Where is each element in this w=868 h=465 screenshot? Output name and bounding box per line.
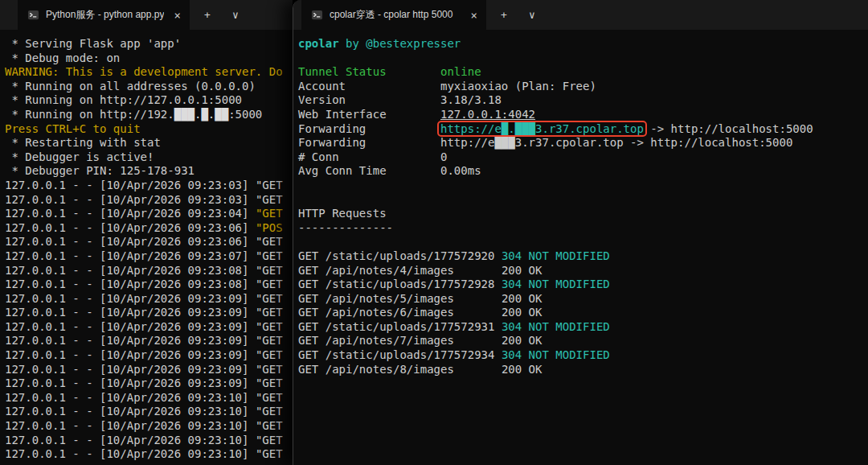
terminal-text: 3.18/3.18: [440, 93, 502, 106]
tab-cpolar[interactable]: cpolar穿透 - cpolar http 5000 ×: [301, 0, 486, 30]
terminal-text: online: [440, 65, 481, 78]
terminal-line: 127.0.0.1 - - [10/Apr/2026 09:23:09] "GE…: [5, 363, 293, 377]
terminal-text: GET /api/notes/8/images: [298, 363, 502, 376]
new-tab-button[interactable]: +: [493, 0, 514, 30]
terminal-line: 127.0.0.1 - - [10/Apr/2026 09:23:09] "GE…: [5, 377, 293, 391]
terminal-line: GET /api/notes/8/images 200 OK: [298, 363, 868, 377]
terminal-text: myxiaoxiao (Plan: Free): [440, 80, 596, 93]
python-server-terminal-window: Python服务 - python app.py × + ∨ * Serving…: [0, 0, 293, 465]
terminal-text: 127.0.0.1 - - [10/Apr/2026 09:23:10]: [5, 391, 256, 404]
terminal-text: 127.0.0.1 - - [10/Apr/2026 09:23:09]: [5, 363, 256, 376]
terminal-text: 127.0.0.1 - - [10/Apr/2026 09:23:03]: [5, 179, 256, 191]
cpolar-terminal-output[interactable]: cpolar by @bestexpresserTunnel Status on…: [293, 30, 868, 465]
terminal-line: GET /api/notes/5/images 200 OK: [298, 292, 868, 307]
terminal-text: 200 OK: [502, 292, 542, 305]
terminal-text: "GET: [256, 264, 283, 277]
terminal-text: * Debugger is active!: [5, 150, 154, 163]
terminal-text: 127.0.0.1 - - [10/Apr/2026 09:23:07]: [5, 249, 256, 262]
tab-dropdown-button[interactable]: ∨: [225, 0, 246, 30]
terminal-line: [298, 235, 868, 249]
terminal-line: * Debug mode: on: [5, 51, 293, 66]
terminal-text: "GET: [256, 405, 283, 418]
terminal-text: 200 OK: [502, 334, 542, 347]
terminal-text: GET /api/notes/5/images: [298, 292, 502, 305]
terminal-text: 127.0.0.1 - - [10/Apr/2026 09:23:09]: [5, 348, 256, 361]
terminal-line: 127.0.0.1 - - [10/Apr/2026 09:23:10] "GE…: [5, 447, 293, 462]
flask-terminal-output[interactable]: * Serving Flask app 'app' * Debug mode: …: [0, 30, 293, 465]
terminal-text: 200 OK: [502, 363, 542, 376]
terminal-line: 127.0.0.1 - - [10/Apr/2026 09:23:09] "GE…: [5, 334, 293, 348]
terminal-line: Tunnel Status online: [298, 65, 868, 80]
new-tab-button[interactable]: +: [197, 0, 218, 30]
terminal-line: 127.0.0.1 - - [10/Apr/2026 09:23:10] "GE…: [5, 419, 293, 434]
terminal-text: * Restarting with stat: [5, 136, 161, 149]
terminal-text: --------------: [298, 221, 393, 234]
terminal-line: 127.0.0.1 - - [10/Apr/2026 09:23:08] "GE…: [5, 278, 293, 292]
terminal-text: ███.█.██: [174, 108, 228, 121]
terminal-text: cpolar: [298, 37, 339, 50]
terminal-text: * Running on all addresses (0.0.0.0): [5, 80, 256, 93]
terminal-text: * Debug mode: on: [5, 51, 120, 64]
terminal-text: 127.0.0.1 - - [10/Apr/2026 09:23:09]: [5, 292, 256, 305]
terminal-text: Press CTRL+C to quit: [5, 122, 141, 135]
terminal-text: 304 NOT MODIFIED: [502, 249, 610, 262]
terminal-text: # Conn: [298, 150, 440, 163]
terminal-text: GET /api/notes/7/images: [298, 334, 502, 347]
terminal-line: Version 3.18/3.18: [298, 93, 868, 108]
terminal-line: cpolar by @bestexpresser: [298, 37, 868, 51]
terminal-text: GET /static/uploads/177572928: [298, 278, 502, 290]
terminal-line: 127.0.0.1 - - [10/Apr/2026 09:23:06] "PO…: [5, 221, 293, 236]
terminal-text: 200 OK: [502, 264, 542, 277]
terminal-line: [298, 51, 868, 66]
terminal-text: 127.0.0.1 - - [10/Apr/2026 09:23:09]: [5, 306, 256, 319]
terminal-line: # Conn 0: [298, 150, 868, 165]
tab-python-server[interactable]: Python服务 - python app.py ×: [18, 0, 190, 30]
terminal-text: 127.0.0.1 - - [10/Apr/2026 09:23:03]: [5, 193, 256, 206]
terminal-line: * Running on http://127.0.0.1:5000: [5, 93, 293, 108]
terminal-line: 127.0.0.1 - - [10/Apr/2026 09:23:08] "GE…: [5, 264, 293, 278]
terminal-line: [298, 193, 868, 208]
terminal-text: "GET: [256, 363, 283, 376]
terminal-line: Press CTRL+C to quit: [5, 122, 293, 137]
terminal-icon: [27, 9, 39, 21]
terminal-text: 0.00ms: [440, 164, 481, 177]
terminal-text: Forwarding: [298, 136, 440, 149]
terminal-text: * Running on http://127.0.0.1:5000: [5, 93, 242, 106]
terminal-text: "GET: [256, 249, 283, 262]
terminal-line: 127.0.0.1 - - [10/Apr/2026 09:23:10] "GE…: [5, 405, 293, 419]
terminal-line: * Running on http://192.███.█.██:5000: [5, 108, 293, 122]
terminal-line: 127.0.0.1 - - [10/Apr/2026 09:23:09] "GE…: [5, 306, 293, 320]
terminal-line: * Serving Flask app 'app': [5, 37, 293, 51]
terminal-text: GET /api/notes/4/images: [298, 264, 502, 277]
terminal-text: 127.0.0.1 - - [10/Apr/2026 09:23:09]: [5, 377, 256, 389]
terminal-text: "GET: [256, 334, 283, 347]
terminal-text: * Debugger PIN: 125-178-931: [5, 164, 194, 177]
terminal-text: "GET: [256, 235, 283, 248]
tab-close-icon[interactable]: ×: [170, 9, 185, 22]
terminal-line: HTTP Requests: [298, 207, 868, 221]
terminal-text: -> http://localhost:5000: [644, 122, 813, 135]
terminal-line: * Debugger PIN: 125-178-931: [5, 164, 293, 179]
terminal-line: GET /api/notes/4/images 200 OK: [298, 264, 868, 278]
terminal-line: 127.0.0.1 - - [10/Apr/2026 09:23:04] "GE…: [5, 207, 293, 221]
terminal-text: 127.0.0.1 - - [10/Apr/2026 09:23:10]: [5, 447, 256, 460]
terminal-line: 127.0.0.1 - - [10/Apr/2026 09:23:03] "GE…: [5, 179, 293, 193]
forwarding-url-https: https://e█.███3.r37.cpolar.top: [440, 122, 644, 135]
terminal-line: GET /static/uploads/177572928 304 NOT MO…: [298, 278, 868, 292]
terminal-text: "GET: [256, 419, 283, 432]
terminal-text: "GET: [256, 278, 283, 290]
terminal-text: 304 NOT MODIFIED: [502, 320, 610, 333]
terminal-text: 304 NOT MODIFIED: [502, 278, 610, 290]
terminal-line: 127.0.0.1 - - [10/Apr/2026 09:23:07] "GE…: [5, 249, 293, 264]
terminal-line: 127.0.0.1 - - [10/Apr/2026 09:23:10] "GE…: [5, 391, 293, 405]
terminal-text: "GET: [256, 306, 283, 319]
forwarding-url-http: http://e███3.r37.cpolar.top -> http://lo…: [440, 136, 792, 149]
terminal-line: 127.0.0.1 - - [10/Apr/2026 09:23:09] "GE…: [5, 320, 293, 335]
terminal-line: Forwarding http://e███3.r37.cpolar.top -…: [298, 136, 868, 150]
tab-dropdown-button[interactable]: ∨: [522, 0, 542, 30]
terminal-line: Avg Conn Time 0.00ms: [298, 164, 868, 179]
right-tab-bar: cpolar穿透 - cpolar http 5000 × + ∨: [293, 0, 868, 30]
terminal-text: "GET: [256, 348, 283, 361]
tab-close-icon[interactable]: ×: [467, 9, 481, 22]
cpolar-terminal-window: cpolar穿透 - cpolar http 5000 × + ∨ cpolar…: [293, 0, 868, 465]
